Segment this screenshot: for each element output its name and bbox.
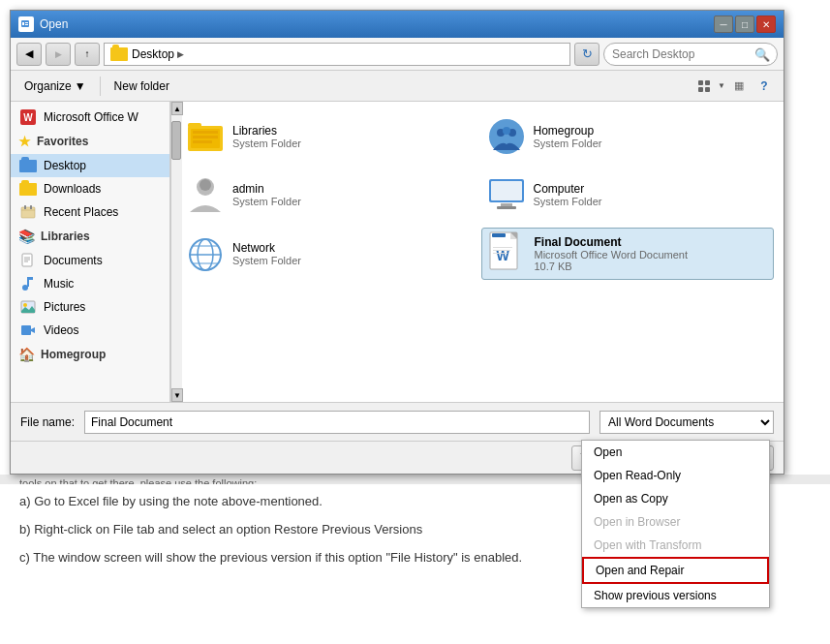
music-icon	[18, 276, 38, 291]
file-item-computer[interactable]: Computer System Folder	[481, 169, 775, 220]
libraries-label: Libraries	[41, 230, 90, 243]
svg-rect-26	[188, 123, 201, 128]
dialog-icon	[18, 16, 34, 32]
svg-rect-10	[21, 207, 35, 218]
sidebar-item-msoffice[interactable]: W Microsoft Office W	[11, 106, 169, 129]
sidebar-item-recent[interactable]: Recent Places	[11, 200, 169, 224]
file-item-libraries[interactable]: Libraries System Folder	[180, 111, 474, 162]
admin-text: admin System Folder	[232, 182, 301, 207]
libraries-icon: 📚	[18, 229, 35, 244]
svg-rect-2	[25, 22, 28, 23]
network-file-icon	[186, 234, 225, 273]
dropdown-item-open-browser: Open in Browser	[582, 510, 769, 534]
file-item-admin[interactable]: admin System Folder	[180, 169, 474, 220]
organize-button[interactable]: Organize ▼	[18, 77, 92, 95]
sidebar-item-videos[interactable]: Videos	[11, 319, 169, 342]
sidebar-recent-label: Recent Places	[44, 205, 118, 219]
dropdown-item-show-versions[interactable]: Show previous versions	[582, 584, 769, 607]
svg-rect-3	[25, 24, 28, 25]
file-item-homegroup[interactable]: Homegroup System Folder	[481, 111, 775, 162]
svg-rect-4	[698, 80, 703, 85]
sidebar-item-documents[interactable]: Documents	[11, 249, 169, 272]
sidebar-pictures-label: Pictures	[44, 300, 85, 314]
dropdown-item-open[interactable]: Open	[582, 441, 769, 464]
forward-button[interactable]: ▶	[46, 43, 71, 66]
close-button[interactable]: ✕	[756, 15, 776, 33]
file-item-network[interactable]: Network System Folder	[180, 228, 474, 280]
dropdown-item-open-repair[interactable]: Open and Repair	[582, 557, 769, 584]
libraries-folder-icon	[186, 117, 225, 156]
search-input[interactable]	[603, 43, 778, 66]
svg-rect-13	[30, 205, 32, 209]
refresh-button[interactable]: ↻	[574, 43, 599, 66]
svg-point-22	[23, 303, 27, 307]
filename-input[interactable]	[84, 411, 590, 434]
sidebar-item-pictures[interactable]: Pictures	[11, 295, 169, 319]
address-bar: ◀ ▶ ↑ Desktop ▶ ↻ 🔍	[11, 38, 784, 71]
recent-icon	[18, 204, 38, 220]
homegroup-file-icon	[487, 117, 526, 156]
homegroup-icon-sidebar: 🏠	[18, 347, 35, 362]
toolbar-separator	[100, 77, 101, 96]
favorites-label: Favorites	[37, 135, 88, 148]
toolbar: Organize ▼ New folder ▼ ▦ ?	[11, 71, 784, 102]
back-button[interactable]: ◀	[16, 43, 42, 66]
file-item-final-document[interactable]: W Final Document Microsoft Office Word D…	[481, 228, 775, 280]
dialog-title: Open	[40, 17, 68, 31]
sidebar-libraries-section[interactable]: 📚 Libraries	[11, 224, 169, 249]
homegroup-label: Homegroup	[41, 348, 106, 361]
sidebar-homegroup-section[interactable]: 🏠 Homegroup	[11, 342, 169, 367]
sidebar-item-desktop[interactable]: Desktop	[11, 154, 169, 177]
scrollbar-down-arrow[interactable]: ▼	[171, 388, 183, 402]
sidebar-music-label: Music	[44, 277, 74, 291]
downloads-folder-icon	[18, 181, 38, 197]
view-change-button[interactable]	[692, 76, 716, 97]
maximize-button[interactable]: □	[735, 15, 754, 33]
svg-marker-24	[31, 327, 35, 333]
dropdown-item-open-copy[interactable]: Open as Copy	[582, 487, 769, 510]
sidebar: W Microsoft Office W ★ Favorites Desktop	[11, 102, 170, 402]
view-dropdown-icon: ▼	[718, 81, 725, 90]
sidebar-scrollbar[interactable]: ▲ ▼	[170, 102, 182, 402]
sidebar-favorites-section[interactable]: ★ Favorites	[11, 129, 169, 154]
svg-point-34	[503, 127, 510, 135]
svg-rect-5	[705, 80, 710, 85]
computer-text: Computer System Folder	[534, 182, 602, 207]
dropdown-item-open-readonly[interactable]: Open Read-Only	[582, 464, 769, 487]
dropdown-item-open-transform: Open with Transform	[582, 534, 769, 557]
svg-rect-12	[24, 205, 26, 209]
svg-rect-49	[492, 233, 506, 237]
search-icon: 🔍	[754, 46, 770, 61]
main-area: W Microsoft Office W ★ Favorites Desktop	[11, 102, 784, 402]
path-folder-icon	[110, 47, 128, 61]
sidebar-documents-label: Documents	[44, 254, 103, 267]
preview-pane-button[interactable]: ▦	[727, 76, 751, 97]
scrollbar-up-arrow[interactable]: ▲	[171, 102, 183, 115]
new-folder-button[interactable]: New folder	[108, 77, 175, 95]
word-doc-file-icon: W	[488, 234, 527, 273]
address-path-box[interactable]: Desktop ▶	[104, 43, 570, 66]
svg-rect-52	[493, 250, 510, 251]
file-area: Libraries System Folder	[170, 102, 784, 402]
scrollbar-thumb[interactable]	[171, 121, 181, 160]
filetype-select[interactable]: All Word DocumentsWord Documents (*.docx…	[599, 411, 774, 434]
up-button[interactable]: ↑	[75, 43, 100, 66]
msoffice-icon: W	[18, 109, 38, 125]
svg-rect-38	[491, 181, 522, 200]
libraries-text: Libraries System Folder	[232, 124, 301, 149]
network-text: Network System Folder	[232, 241, 301, 266]
organize-dropdown-icon: ▼	[75, 79, 86, 93]
sidebar-desktop-label: Desktop	[44, 159, 86, 172]
minimize-button[interactable]: ─	[714, 15, 733, 33]
svg-rect-51	[493, 247, 512, 248]
svg-rect-53	[493, 253, 507, 254]
sidebar-item-music[interactable]: Music	[11, 272, 169, 295]
path-text: Desktop	[132, 47, 174, 61]
svg-rect-1	[22, 22, 24, 25]
svg-rect-28	[193, 131, 218, 134]
svg-rect-29	[193, 136, 218, 138]
homegroup-text: Homegroup System Folder	[534, 124, 602, 149]
help-button[interactable]: ?	[753, 76, 776, 97]
sidebar-item-downloads[interactable]: Downloads	[11, 177, 169, 200]
computer-file-icon	[487, 175, 526, 214]
